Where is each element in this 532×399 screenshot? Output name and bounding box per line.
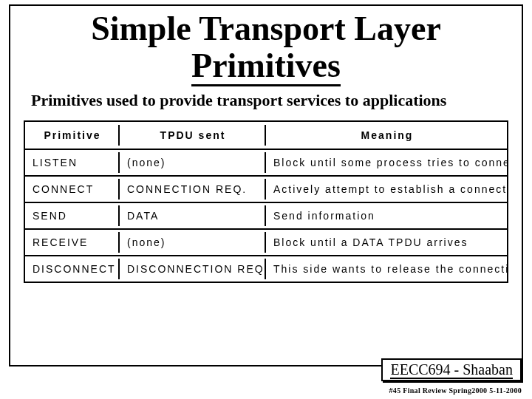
slide-title: Simple Transport Layer Primitives — [18, 10, 514, 83]
cell-tpdu: DATA — [120, 205, 266, 226]
cell-meaning: This side wants to release the connectio… — [266, 259, 507, 279]
slide-frame: Simple Transport Layer Primitives Primit… — [9, 4, 523, 366]
cell-primitive: CONNECT — [25, 179, 120, 200]
table-row: LISTEN (none) Block until some process t… — [25, 149, 507, 175]
footer-small: #45 Final Review Spring2000 5-11-2000 — [389, 386, 522, 395]
cell-primitive: RECEIVE — [25, 232, 120, 253]
header-primitive: Primitive — [25, 125, 120, 146]
table-header-row: Primitive TPDU sent Meaning — [25, 122, 507, 149]
footer-box-label: EECC694 - Shaaban — [390, 361, 513, 379]
table-row: RECEIVE (none) Block until a DATA TPDU a… — [25, 228, 507, 255]
cell-primitive: SEND — [25, 205, 120, 226]
cell-meaning: Block until some process tries to connec… — [266, 152, 507, 173]
cell-tpdu: DISCONNECTION REQ. — [120, 259, 266, 279]
cell-tpdu: CONNECTION REQ. — [120, 179, 266, 200]
primitives-table: Primitive TPDU sent Meaning LISTEN (none… — [24, 120, 508, 283]
cell-primitive: LISTEN — [25, 152, 120, 173]
header-tpdu: TPDU sent — [120, 125, 266, 146]
slide-subtitle: Primitives used to provide transport ser… — [31, 91, 508, 110]
title-line2: Primitives — [191, 47, 341, 86]
cell-tpdu: (none) — [120, 232, 266, 253]
cell-tpdu: (none) — [120, 152, 266, 173]
table-row: CONNECT CONNECTION REQ. Actively attempt… — [25, 175, 507, 202]
footer-box: EECC694 - Shaaban — [381, 358, 522, 381]
cell-meaning: Block until a DATA TPDU arrives — [266, 232, 507, 253]
header-meaning: Meaning — [266, 125, 507, 146]
cell-meaning: Actively attempt to establish a connecti… — [266, 179, 507, 200]
cell-meaning: Send information — [266, 205, 507, 226]
table-row: DISCONNECT DISCONNECTION REQ. This side … — [25, 255, 507, 282]
title-line1: Simple Transport Layer — [91, 10, 441, 47]
table-row: SEND DATA Send information — [25, 202, 507, 228]
cell-primitive: DISCONNECT — [25, 259, 120, 279]
